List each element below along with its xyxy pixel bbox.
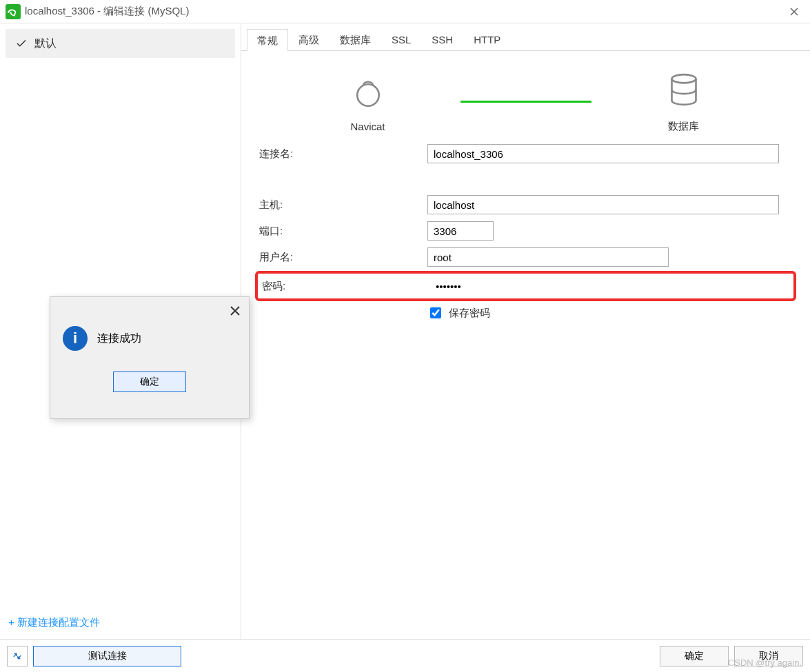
message-box-text: 连接成功: [97, 332, 141, 346]
tab-advanced[interactable]: 高级: [288, 28, 330, 50]
sidebar-item-default[interactable]: 默认: [6, 29, 235, 58]
test-connection-button[interactable]: 测试连接: [33, 646, 181, 666]
connection-name-label: 连接名:: [259, 147, 427, 161]
expand-button[interactable]: [7, 646, 28, 666]
navicat-icon: [349, 71, 387, 112]
watermark: CSDN @try again.: [728, 658, 802, 668]
sidebar-item-label: 默认: [34, 37, 57, 51]
endpoint-database: 数据库: [594, 70, 773, 133]
ok-button[interactable]: 确定: [660, 646, 729, 666]
svg-point-1: [671, 74, 696, 83]
username-label: 用户名:: [259, 251, 427, 264]
connection-name-input[interactable]: [427, 144, 779, 163]
app-icon: [6, 4, 21, 19]
main-panel: 常规 高级 数据库 SSL SSH HTTP Navicat: [241, 23, 810, 639]
tab-bar: 常规 高级 数据库 SSL SSH HTTP: [241, 23, 810, 51]
port-label: 端口:: [259, 225, 427, 238]
tab-ssh[interactable]: SSH: [421, 28, 463, 50]
database-icon: [665, 70, 703, 112]
save-password-checkbox[interactable]: [430, 307, 441, 318]
footer-bar: 测试连接 确定 取消: [0, 639, 810, 672]
endpoint-navicat: Navicat: [279, 71, 458, 132]
info-icon: i: [63, 326, 88, 351]
password-highlight: 密码:: [255, 271, 796, 301]
host-label: 主机:: [259, 198, 427, 212]
check-icon: [15, 37, 28, 50]
endpoint-database-label: 数据库: [668, 120, 699, 133]
tab-ssl[interactable]: SSL: [381, 28, 421, 50]
message-box-close-button[interactable]: [227, 303, 243, 319]
connector-line: [460, 101, 591, 103]
window-title: localhost_3306 - 编辑连接 (MySQL): [25, 5, 189, 18]
port-input[interactable]: [427, 221, 494, 241]
host-input[interactable]: [427, 195, 779, 214]
message-box: i 连接成功 确定: [50, 296, 250, 419]
password-label: 密码:: [262, 280, 430, 293]
connection-diagram: Navicat 数据库: [241, 51, 810, 139]
title-bar: localhost_3306 - 编辑连接 (MySQL): [0, 0, 810, 23]
save-password-label: 保存密码: [449, 307, 490, 320]
connection-form: 连接名: 主机: 端口: 用户名: 密码:: [241, 139, 810, 320]
tab-http[interactable]: HTTP: [463, 28, 511, 50]
password-input[interactable]: [430, 276, 671, 296]
endpoint-navicat-label: Navicat: [350, 121, 385, 132]
tab-database[interactable]: 数据库: [330, 28, 381, 50]
close-button[interactable]: [778, 0, 810, 23]
svg-point-0: [357, 84, 379, 106]
new-connection-profile-link[interactable]: + 新建连接配置文件: [6, 612, 235, 636]
message-box-ok-button[interactable]: 确定: [113, 371, 186, 392]
username-input[interactable]: [427, 247, 669, 267]
tab-general[interactable]: 常规: [247, 29, 288, 51]
